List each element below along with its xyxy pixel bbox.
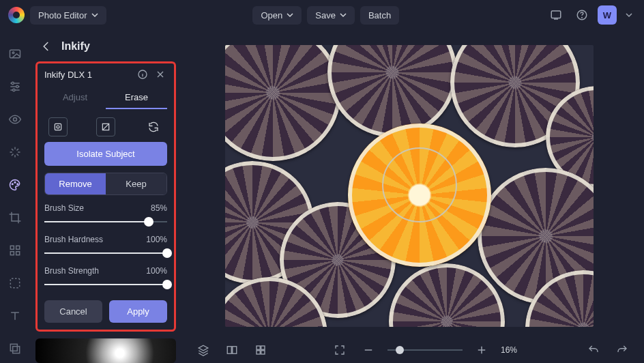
app-logo[interactable] [8,7,25,23]
svg-point-5 [12,82,14,84]
effect-card: Inkify DLX 1 Adjust Erase Isolate Subjec… [35,61,176,332]
svg-point-8 [14,118,17,121]
isolate-subject-button[interactable]: Isolate Subject [44,142,167,166]
tool-sliders-icon[interactable] [5,76,25,97]
svg-rect-16 [10,278,19,287]
effect-title: Inkify DLX 1 [44,70,132,80]
svg-rect-13 [16,246,20,249]
svg-rect-12 [10,246,14,249]
svg-rect-26 [261,346,265,349]
tool-grid-icon[interactable] [5,240,25,261]
back-button[interactable] [38,38,55,55]
svg-rect-23 [227,347,231,354]
tool-eye-icon[interactable] [5,109,25,130]
grid4-icon[interactable] [251,340,270,360]
brush-hardness-label: Brush Hardness [44,235,103,244]
cancel-button[interactable]: Cancel [44,300,102,323]
bottombar: 16% [181,337,644,363]
svg-point-9 [12,184,13,185]
chevron-down-icon [626,12,632,18]
batch-label: Batch [368,10,391,20]
svg-point-6 [16,85,18,87]
canvas-image[interactable] [225,45,594,327]
redo-icon[interactable] [613,340,632,360]
avatar-menu[interactable] [622,5,636,25]
tool-crop-icon[interactable] [5,207,25,228]
slider-brush-size: Brush Size85% [44,203,167,227]
brush-hardness-value: 100% [146,235,167,244]
slider-brush-strength: Brush Strength100% [44,266,167,289]
chevron-down-icon [91,12,98,18]
zoom-slider[interactable] [387,349,463,351]
svg-rect-17 [10,344,17,351]
brush-strength-slider[interactable] [44,280,167,289]
svg-point-10 [14,182,16,183]
tool-sparkle-icon[interactable] [5,142,25,162]
save-button[interactable]: Save [307,6,355,25]
svg-rect-25 [257,346,260,349]
panel-title: Inkify [61,40,90,53]
segment-remove[interactable]: Remove [45,173,106,194]
help-icon[interactable] [572,5,592,25]
card-head: Inkify DLX 1 [44,68,167,84]
tool-palette-icon[interactable] [5,175,25,195]
preset-thumbnail[interactable] [35,338,176,363]
topbar-center: Open Save Batch [252,6,399,25]
svg-rect-28 [261,351,265,354]
brush-hardness-slider[interactable] [44,248,167,258]
svg-rect-15 [16,252,20,255]
slider-brush-hardness: Brush Hardness100% [44,235,167,258]
tool-text-icon[interactable] [5,306,25,326]
tabs: Adjust Erase [44,87,167,109]
fit-icon[interactable] [330,340,349,360]
brush-size-value: 85% [151,203,167,213]
zoom-in-icon[interactable] [472,340,491,360]
topbar: Photo Editor Open Save Batch W [0,0,644,30]
segment-keep[interactable]: Keep [106,173,166,194]
canvas-area: 16% [181,30,644,363]
info-icon[interactable] [136,68,149,81]
sidepanel: Inkify Inkify DLX 1 Adjust Erase Isolate… [30,30,181,363]
svg-rect-18 [13,347,20,353]
svg-point-4 [12,52,14,54]
topbar-left: Photo Editor [8,6,106,25]
svg-rect-24 [233,347,237,354]
editor-dropdown-label: Photo Editor [38,10,87,20]
batch-button[interactable]: Batch [360,6,399,25]
zoom-out-icon[interactable] [359,340,378,360]
toolstrip [0,30,30,363]
open-button[interactable]: Open [252,6,302,25]
brush-size-slider[interactable] [44,217,167,227]
apply-button[interactable]: Apply [109,300,167,323]
arrow-left-icon [40,40,53,53]
main: Inkify Inkify DLX 1 Adjust Erase Isolate… [0,30,644,363]
avatar-initial: W [603,10,611,20]
zoom-value: 16% [501,345,524,355]
tool-image-icon[interactable] [5,44,25,64]
editor-dropdown[interactable]: Photo Editor [30,6,106,25]
brush-strength-value: 100% [146,266,167,276]
undo-icon[interactable] [584,340,603,360]
compare-icon[interactable] [48,117,68,136]
svg-point-2 [582,17,583,18]
svg-rect-20 [55,124,61,130]
tool-marquee-icon[interactable] [5,273,25,293]
reset-icon[interactable] [144,117,163,136]
action-row: Cancel Apply [44,300,167,323]
tab-erase[interactable]: Erase [106,87,167,109]
open-label: Open [261,10,282,20]
layers-icon[interactable] [194,340,213,360]
tool-layers-icon[interactable] [5,338,25,359]
chevron-down-icon [287,12,293,18]
invert-icon[interactable] [96,117,115,136]
panel-header: Inkify [30,30,181,61]
close-icon[interactable] [153,68,167,81]
compare-split-icon[interactable] [222,340,241,360]
topbar-right: W [546,5,636,25]
feedback-icon[interactable] [546,5,566,25]
svg-point-21 [57,126,59,128]
avatar[interactable]: W [598,5,617,25]
tab-adjust[interactable]: Adjust [44,87,106,109]
svg-rect-14 [10,252,14,255]
remove-keep-segment: Remove Keep [44,173,167,195]
